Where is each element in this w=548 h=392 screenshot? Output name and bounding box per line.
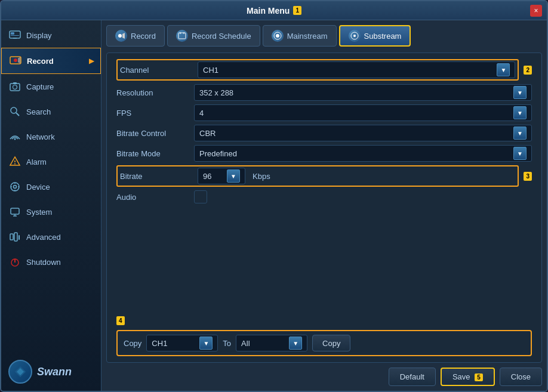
copy-to-label: To xyxy=(223,339,231,348)
svg-point-16 xyxy=(14,186,17,189)
svg-rect-24 xyxy=(10,234,13,240)
svg-rect-2 xyxy=(11,35,19,36)
tab-record[interactable]: Record xyxy=(106,25,165,47)
sidebar-item-device[interactable]: Device xyxy=(1,174,101,199)
resolution-control: 352 x 288 ▼ xyxy=(194,84,532,101)
badge-4: 4 xyxy=(116,316,125,325)
svg-point-38 xyxy=(353,35,356,37)
sidebar-item-network[interactable]: Network xyxy=(1,124,101,149)
sidebar-item-alarm[interactable]: Alarm xyxy=(1,149,101,174)
audio-checkbox[interactable] xyxy=(194,190,207,203)
fps-control: 4 ▼ xyxy=(194,104,532,121)
sidebar-label-capture: Capture xyxy=(26,82,54,91)
bitrate-mode-label: Bitrate Mode xyxy=(116,149,194,158)
close-button[interactable]: Close xyxy=(500,368,542,386)
brand-logo: Swann xyxy=(1,353,101,391)
bitrate-mode-dropdown-arrow[interactable]: ▼ xyxy=(513,147,527,160)
copy-channel-value: CH1 xyxy=(152,339,167,348)
bitrate-mode-row: Bitrate Mode Predefined ▼ xyxy=(116,145,532,162)
sidebar-label-display: Display xyxy=(26,31,52,40)
svg-rect-26 xyxy=(19,235,20,240)
resolution-dropdown-arrow[interactable]: ▼ xyxy=(513,86,527,99)
bitrate-control-control: CBR ▼ xyxy=(194,125,532,141)
sidebar-label-alarm: Alarm xyxy=(26,158,47,166)
copy-channel-select[interactable]: CH1 ▼ xyxy=(146,335,218,351)
bitrate-mode-control: Predefined ▼ xyxy=(194,145,532,162)
fps-value: 4 xyxy=(199,109,204,118)
brand-name: Swann xyxy=(37,366,72,378)
channel-dropdown-arrow[interactable]: ▼ xyxy=(497,63,510,76)
bitrate-row: Bitrate 96 ▼ Kbps xyxy=(116,165,519,187)
tab-mainstream[interactable]: Mainstream xyxy=(263,25,337,47)
copy-destination-value: All xyxy=(241,339,250,348)
fps-select[interactable]: 4 ▼ xyxy=(194,104,532,121)
tab-record-schedule[interactable]: Record Schedule xyxy=(167,25,260,47)
alarm-icon xyxy=(8,155,21,168)
system-icon xyxy=(8,205,21,218)
audio-row: Audio xyxy=(116,190,532,203)
svg-rect-32 xyxy=(178,33,186,39)
channel-control: CH1 ▼ xyxy=(198,61,515,78)
sidebar-label-shutdown: Shutdown xyxy=(26,258,61,267)
badge-3: 3 xyxy=(524,172,532,181)
channel-select[interactable]: CH1 ▼ xyxy=(198,61,515,78)
sidebar-item-record[interactable]: Record ▶ xyxy=(1,48,101,74)
sidebar-label-record: Record xyxy=(27,57,54,66)
svg-line-10 xyxy=(16,113,19,116)
bitrate-mode-select[interactable]: Predefined ▼ xyxy=(194,145,532,162)
resolution-row: Resolution 352 x 288 ▼ xyxy=(116,84,532,101)
copy-destination-select[interactable]: All ▼ xyxy=(236,335,307,351)
sidebar-item-system[interactable]: System xyxy=(1,199,101,224)
bitrate-select[interactable]: 96 ▼ xyxy=(198,168,245,184)
bitrate-control-select[interactable]: CBR ▼ xyxy=(194,125,532,141)
window-title: Main Menu xyxy=(247,6,290,16)
copy-destination-arrow[interactable]: ▼ xyxy=(289,337,302,350)
record-icon xyxy=(9,54,22,67)
copy-channel-arrow[interactable]: ▼ xyxy=(199,337,213,350)
capture-icon xyxy=(8,80,21,93)
sidebar-label-system: System xyxy=(26,208,52,217)
svg-rect-1 xyxy=(11,32,14,35)
mainstream-tab-icon xyxy=(272,30,284,42)
tab-bar: Record Record Schedule Mainstream xyxy=(106,25,542,47)
tab-mainstream-label: Mainstream xyxy=(287,32,328,41)
tab-substream[interactable]: Substream xyxy=(339,25,411,47)
fps-dropdown-arrow[interactable]: ▼ xyxy=(513,106,527,119)
resolution-select[interactable]: 352 x 288 ▼ xyxy=(194,84,532,101)
sidebar-item-advanced[interactable]: Advanced xyxy=(1,224,101,249)
close-window-button[interactable]: × xyxy=(530,5,542,17)
tab-substream-label: Substream xyxy=(364,32,402,41)
save-button[interactable]: Save 5 xyxy=(441,368,495,386)
badge4-row: 4 xyxy=(116,316,532,325)
main-window: Main Menu 1 × Display Record ▶ xyxy=(0,0,548,392)
bottom-bar: Default Save 5 Close xyxy=(106,368,542,386)
sidebar-item-display[interactable]: Display xyxy=(1,23,101,48)
bitrate-label: Bitrate xyxy=(120,172,198,181)
svg-point-31 xyxy=(118,34,122,38)
channel-row: Channel CH1 ▼ xyxy=(116,59,519,81)
sidebar-item-shutdown[interactable]: Shutdown xyxy=(1,249,101,274)
svg-rect-25 xyxy=(14,233,17,241)
substream-tab-icon xyxy=(349,30,361,42)
sidebar-item-capture[interactable]: Capture xyxy=(1,74,101,99)
sidebar-label-advanced: Advanced xyxy=(26,233,61,242)
sidebar-label-network: Network xyxy=(26,132,55,141)
svg-rect-6 xyxy=(10,84,20,91)
display-icon xyxy=(8,29,21,42)
bitrate-dropdown-arrow[interactable]: ▼ xyxy=(227,169,240,183)
copy-button[interactable]: Copy xyxy=(312,335,350,351)
svg-rect-21 xyxy=(11,208,19,214)
bitrate-control-label: Bitrate Control xyxy=(116,129,194,138)
svg-point-36 xyxy=(276,34,279,38)
resolution-value: 352 x 288 xyxy=(199,88,233,97)
badge-5: 5 xyxy=(475,374,483,381)
default-button[interactable]: Default xyxy=(389,368,436,386)
bitrate-control-dropdown-arrow[interactable]: ▼ xyxy=(513,126,527,140)
sidebar-label-search: Search xyxy=(26,107,51,116)
network-icon xyxy=(8,130,21,143)
bitrate-control-row: Bitrate Control CBR ▼ xyxy=(116,125,532,141)
svg-rect-8 xyxy=(13,82,17,84)
form-area: Channel CH1 ▼ 2 Resolution xyxy=(106,53,542,363)
kbps-label: Kbps xyxy=(253,172,270,181)
sidebar-item-search[interactable]: Search xyxy=(1,99,101,124)
